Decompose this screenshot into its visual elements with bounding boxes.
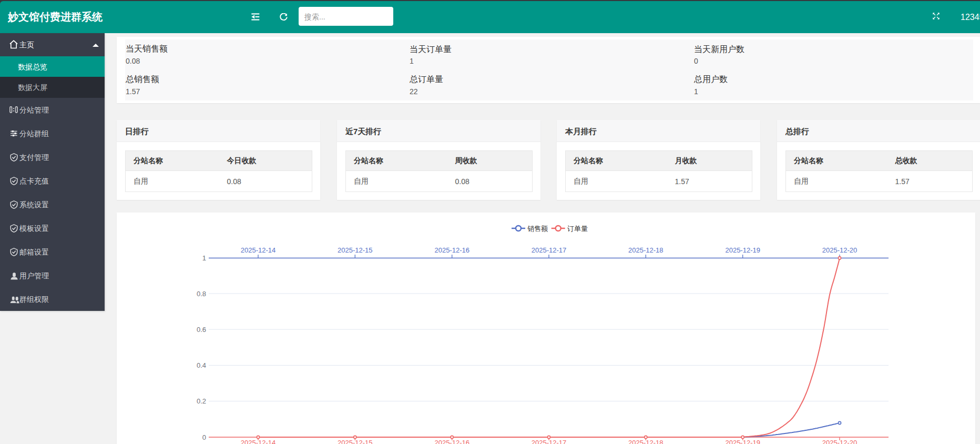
svg-text:2025-12-18: 2025-12-18	[628, 246, 663, 254]
svg-text:0.6: 0.6	[197, 326, 206, 334]
svg-text:1: 1	[202, 254, 206, 262]
svg-text:2025-12-19: 2025-12-19	[725, 439, 760, 444]
svg-text:2025-12-14: 2025-12-14	[241, 246, 276, 254]
svg-text:0.2: 0.2	[197, 397, 206, 405]
svg-text:2025-12-16: 2025-12-16	[434, 439, 469, 444]
svg-text:2025-12-17: 2025-12-17	[532, 439, 567, 444]
svg-text:2025-12-16: 2025-12-16	[434, 246, 469, 254]
svg-text:2025-12-19: 2025-12-19	[725, 246, 760, 254]
svg-text:2025-12-15: 2025-12-15	[338, 439, 373, 444]
svg-text:2025-12-18: 2025-12-18	[628, 439, 663, 444]
svg-text:0.4: 0.4	[197, 361, 206, 369]
svg-text:0: 0	[202, 433, 206, 441]
svg-text:2025-12-14: 2025-12-14	[241, 439, 276, 444]
svg-text:0.8: 0.8	[197, 290, 206, 298]
svg-text:2025-12-17: 2025-12-17	[532, 246, 567, 254]
svg-text:销售额: 销售额	[527, 225, 548, 233]
svg-text:2025-12-15: 2025-12-15	[338, 246, 373, 254]
svg-text:2025-12-20: 2025-12-20	[822, 246, 858, 254]
svg-text:订单量: 订单量	[567, 225, 588, 233]
svg-text:2025-12-20: 2025-12-20	[822, 439, 858, 444]
